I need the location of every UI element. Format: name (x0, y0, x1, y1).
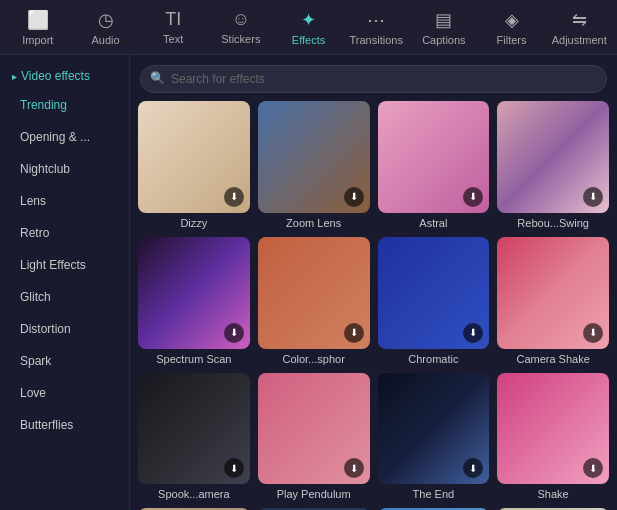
grid-label-shake: Shake (497, 488, 609, 500)
download-icon-zoom-lens[interactable]: ⬇ (344, 187, 364, 207)
download-icon-spectrum-scan[interactable]: ⬇ (224, 323, 244, 343)
grid-thumb-the-end: ⬇ (378, 373, 490, 485)
grid-label-the-end: The End (378, 488, 490, 500)
transitions-icon: ⋯ (367, 9, 385, 31)
filters-icon: ◈ (505, 9, 519, 31)
effects-icon: ✦ (301, 9, 316, 31)
grid-label-zoom-lens: Zoom Lens (258, 217, 370, 229)
grid-item-zoom-lens[interactable]: ⬇ Zoom Lens (258, 101, 370, 229)
grid-item-camera-shake[interactable]: ⬇ Camera Shake (497, 237, 609, 365)
grid-item-spectrum-scan[interactable]: ⬇ Spectrum Scan (138, 237, 250, 365)
captions-icon: ▤ (435, 9, 452, 31)
toolbar-label-import: Import (22, 34, 53, 46)
grid-label-spooky-camera: Spook...amera (138, 488, 250, 500)
grid-item-colorsphere[interactable]: ⬇ Color...sphor (258, 237, 370, 365)
download-icon-colorsphere[interactable]: ⬇ (344, 323, 364, 343)
grid-thumb-play-pendulum: ⬇ (258, 373, 370, 485)
sidebar-item-butterflies[interactable]: Butterflies (4, 410, 125, 440)
grid-thumb-zoom-lens: ⬇ (258, 101, 370, 213)
stickers-icon: ☺ (232, 9, 250, 30)
search-icon: 🔍 (150, 71, 165, 85)
search-container: 🔍 (130, 55, 617, 101)
toolbar-label-adjustment: Adjustment (552, 34, 607, 46)
toolbar-label-audio: Audio (91, 34, 119, 46)
grid-item-dizzy[interactable]: ⬇ Dizzy (138, 101, 250, 229)
toolbar-label-captions: Captions (422, 34, 465, 46)
sidebar-item-nightclub[interactable]: Nightclub (4, 154, 125, 184)
toolbar-label-stickers: Stickers (221, 33, 260, 45)
sidebar-header: Video effects (0, 63, 129, 89)
grid-thumb-spooky-camera: ⬇ (138, 373, 250, 485)
toolbar-item-transitions[interactable]: ⋯ Transitions (342, 2, 410, 52)
sidebar-item-glitch[interactable]: Glitch (4, 282, 125, 312)
toolbar-label-text: Text (163, 33, 183, 45)
text-icon: TI (165, 9, 181, 30)
search-input[interactable] (140, 65, 607, 93)
grid-thumb-camera-shake: ⬇ (497, 237, 609, 349)
grid-label-dizzy: Dizzy (138, 217, 250, 229)
download-icon-play-pendulum[interactable]: ⬇ (344, 458, 364, 478)
grid-item-rebound-swing[interactable]: ⬇ Rebou...Swing (497, 101, 609, 229)
download-icon-rebound-swing[interactable]: ⬇ (583, 187, 603, 207)
toolbar-item-captions[interactable]: ▤ Captions (410, 2, 478, 52)
grid-thumb-colorsphere: ⬇ (258, 237, 370, 349)
sidebar-item-retro[interactable]: Retro (4, 218, 125, 248)
grid-label-rebound-swing: Rebou...Swing (497, 217, 609, 229)
grid-thumb-chromatic: ⬇ (378, 237, 490, 349)
grid-thumb-astral: ⬇ (378, 101, 490, 213)
sidebar-item-trending[interactable]: Trending (4, 90, 125, 120)
content-area: 🔍 ⬇ Dizzy ⬇ Zoom Lens ⬇ Astral (130, 55, 617, 510)
grid-item-chromatic[interactable]: ⬇ Chromatic (378, 237, 490, 365)
toolbar-item-adjustment[interactable]: ⇋ Adjustment (545, 2, 613, 52)
sidebar-item-spark[interactable]: Spark (4, 346, 125, 376)
grid-label-astral: Astral (378, 217, 490, 229)
effects-grid: ⬇ Dizzy ⬇ Zoom Lens ⬇ Astral ⬇ Rebou...S… (130, 101, 617, 510)
toolbar-label-effects: Effects (292, 34, 325, 46)
toolbar-item-filters[interactable]: ◈ Filters (478, 2, 546, 52)
adjustment-icon: ⇋ (572, 9, 587, 31)
toolbar-item-import[interactable]: ⬜ Import (4, 2, 72, 52)
download-icon-dizzy[interactable]: ⬇ (224, 187, 244, 207)
download-icon-chromatic[interactable]: ⬇ (463, 323, 483, 343)
toolbar-item-effects[interactable]: ✦ Effects (275, 2, 343, 52)
grid-label-chromatic: Chromatic (378, 353, 490, 365)
grid-label-camera-shake: Camera Shake (497, 353, 609, 365)
download-icon-astral[interactable]: ⬇ (463, 187, 483, 207)
toolbar-label-filters: Filters (497, 34, 527, 46)
grid-item-astral[interactable]: ⬇ Astral (378, 101, 490, 229)
download-icon-spooky-camera[interactable]: ⬇ (224, 458, 244, 478)
grid-item-spooky-camera[interactable]: ⬇ Spook...amera (138, 373, 250, 501)
download-icon-camera-shake[interactable]: ⬇ (583, 323, 603, 343)
sidebar-item-distortion[interactable]: Distortion (4, 314, 125, 344)
toolbar-item-text[interactable]: TI Text (139, 2, 207, 52)
grid-thumb-spectrum-scan: ⬇ (138, 237, 250, 349)
audio-icon: ◷ (98, 9, 114, 31)
main-area: Video effects TrendingOpening & ...Night… (0, 55, 617, 510)
sidebar-item-love[interactable]: Love (4, 378, 125, 408)
toolbar-item-audio[interactable]: ◷ Audio (72, 2, 140, 52)
sidebar-item-lens[interactable]: Lens (4, 186, 125, 216)
grid-thumb-dizzy: ⬇ (138, 101, 250, 213)
toolbar: ⬜ Import ◷ Audio TI Text ☺ Stickers ✦ Ef… (0, 0, 617, 55)
grid-item-the-end[interactable]: ⬇ The End (378, 373, 490, 501)
sidebar-item-opening[interactable]: Opening & ... (4, 122, 125, 152)
grid-thumb-shake: ⬇ (497, 373, 609, 485)
sidebar-item-light-effects[interactable]: Light Effects (4, 250, 125, 280)
grid-label-spectrum-scan: Spectrum Scan (138, 353, 250, 365)
grid-label-colorsphere: Color...sphor (258, 353, 370, 365)
sidebar: Video effects TrendingOpening & ...Night… (0, 55, 130, 510)
toolbar-label-transitions: Transitions (350, 34, 403, 46)
grid-item-shake[interactable]: ⬇ Shake (497, 373, 609, 501)
grid-label-play-pendulum: Play Pendulum (258, 488, 370, 500)
sidebar-header-label: Video effects (21, 69, 90, 83)
toolbar-item-stickers[interactable]: ☺ Stickers (207, 2, 275, 52)
import-icon: ⬜ (27, 9, 49, 31)
grid-thumb-rebound-swing: ⬇ (497, 101, 609, 213)
grid-item-play-pendulum[interactable]: ⬇ Play Pendulum (258, 373, 370, 501)
